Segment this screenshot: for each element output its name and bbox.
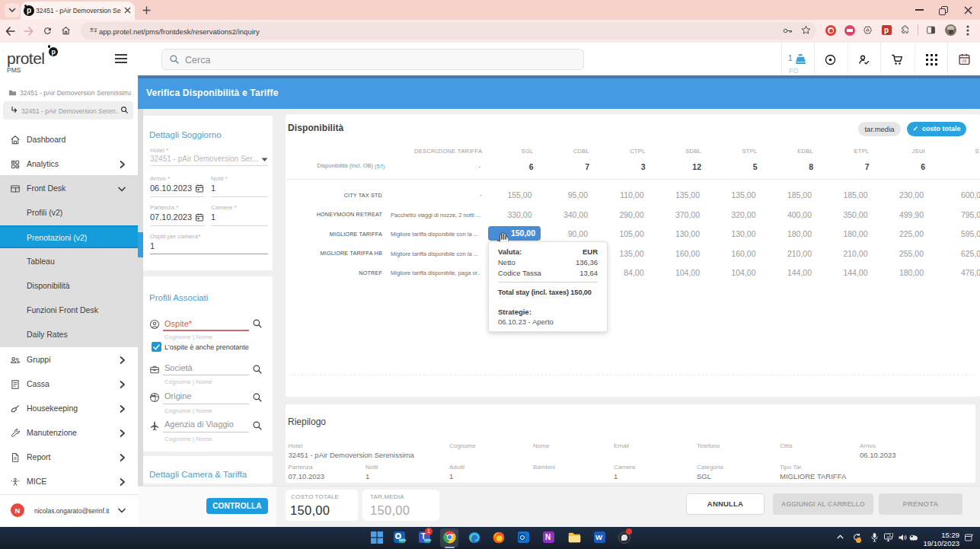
svg-text:06: 06 — [962, 59, 966, 63]
svg-text:30: 30 — [887, 536, 890, 539]
